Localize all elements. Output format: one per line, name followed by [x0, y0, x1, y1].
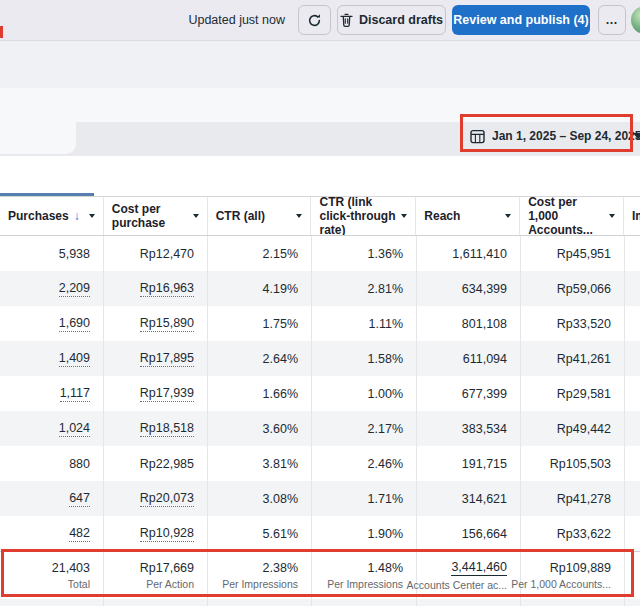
cell-value: 634,399	[462, 282, 507, 296]
cell-value[interactable]: Rp18,518	[140, 421, 194, 437]
ellipsis-icon: …	[605, 13, 619, 27]
next-row-cell	[0, 599, 104, 606]
table-cell: 3.08%	[208, 481, 312, 516]
table-row: 1,117Rp17,9391.66%1.00%677,399Rp29,581	[0, 376, 640, 411]
cell-value: 1.00%	[368, 387, 403, 401]
total-value[interactable]: 3,441,460	[451, 560, 507, 576]
table-cell: 2.64%	[208, 341, 312, 376]
table-cell: 1.75%	[208, 306, 312, 341]
total-cell: 21,403Total	[0, 552, 104, 599]
chevron-down-icon	[505, 214, 511, 218]
column-header-label: Purchases↓	[8, 209, 80, 223]
table-cell: 482	[0, 516, 104, 551]
table-row: 880Rp22,9853.81%2.46%191,715Rp105,503	[0, 446, 640, 481]
chevron-down-icon[interactable]	[633, 133, 640, 139]
discard-drafts-button[interactable]: Discard drafts	[337, 5, 446, 35]
cell-value[interactable]: Rp17,939	[140, 386, 194, 402]
table-cell: 880	[0, 446, 104, 481]
table-cell: 1.00%	[312, 376, 417, 411]
next-row-strip	[0, 599, 640, 606]
chevron-down-icon	[609, 214, 615, 218]
refresh-button[interactable]	[298, 5, 331, 35]
column-header-purchases[interactable]: Purchases↓	[0, 197, 104, 235]
table-cell	[625, 341, 640, 376]
column-header-label: Im	[632, 209, 640, 223]
date-range-label: Jan 1, 2025 – Sep 24, 2025	[492, 129, 640, 143]
cell-value[interactable]: 1,117	[60, 386, 90, 402]
table-cell: Rp41,261	[521, 341, 625, 376]
cell-value: 1.71%	[368, 492, 403, 506]
table-cell: Rp41,278	[521, 481, 625, 516]
table-cell	[625, 271, 640, 306]
cell-value: Rp12,470	[140, 247, 194, 261]
cell-value[interactable]: Rp15,890	[140, 316, 194, 332]
column-header-label: CTR (all)	[216, 209, 265, 223]
table-cell: 1.36%	[312, 236, 417, 271]
cell-value: 5.61%	[263, 527, 298, 541]
cell-value[interactable]: 1,024	[59, 421, 90, 437]
table-row: 1,409Rp17,8952.64%1.58%611,094Rp41,261	[0, 341, 640, 376]
cell-value: Rp41,278	[557, 492, 611, 506]
table-cell: 4.19%	[208, 271, 312, 306]
chevron-down-icon	[89, 214, 95, 218]
table-cell: Rp29,581	[521, 376, 625, 411]
column-header-ctr-all[interactable]: CTR (all)	[208, 197, 312, 235]
review-and-publish-button[interactable]: Review and publish (4)	[452, 5, 590, 35]
next-row-cell	[312, 599, 417, 606]
cell-value[interactable]: 2,209	[59, 281, 90, 297]
cell-value: 1.58%	[368, 352, 403, 366]
column-header-cost-per-1-000-accounts[interactable]: Cost per 1,000 Accounts...	[520, 197, 624, 235]
column-header-im[interactable]: Im	[624, 197, 640, 235]
annotation-fragment	[0, 26, 3, 38]
active-tab[interactable]	[0, 122, 76, 154]
table-cell: 2.46%	[312, 446, 417, 481]
date-range-picker[interactable]: Jan 1, 2025 – Sep 24, 2025	[470, 121, 640, 151]
cell-value: 611,094	[463, 352, 507, 366]
calendar-icon	[470, 129, 485, 144]
cell-value: 1.11%	[368, 317, 403, 331]
more-options-button[interactable]: …	[598, 5, 626, 35]
table-cell: Rp59,066	[521, 271, 625, 306]
column-header-label: Reach	[424, 209, 460, 223]
total-sublabel: Total	[68, 578, 90, 590]
cell-value: 2.46%	[368, 457, 403, 471]
cell-value[interactable]: 1,690	[59, 316, 90, 332]
table-total-row: 21,403TotalRp17,669Per Action2.38%Per Im…	[0, 551, 640, 599]
table-cell: Rp22,985	[104, 446, 208, 481]
table-cell: Rp45,951	[521, 236, 625, 271]
table-cell	[625, 411, 640, 446]
table-cell: 2.15%	[208, 236, 312, 271]
cell-value[interactable]: Rp16,963	[140, 281, 194, 297]
cell-value[interactable]: Rp10,928	[140, 526, 194, 542]
cell-value: Rp105,503	[550, 457, 611, 471]
cell-value[interactable]: Rp20,073	[140, 491, 194, 507]
cell-value[interactable]: 482	[69, 526, 90, 542]
cell-value: 1.75%	[263, 317, 298, 331]
chevron-down-icon	[296, 214, 302, 218]
table-cell: 1,117	[0, 376, 104, 411]
table-cell: 191,715	[417, 446, 521, 481]
top-action-bar: Updated just now Discard drafts Review a…	[0, 0, 640, 40]
cell-value: 2.15%	[263, 247, 298, 261]
column-header-label: Cost per purchase	[112, 202, 190, 230]
column-header-cost-per-purchase[interactable]: Cost per purchase	[104, 197, 208, 235]
table-header: Purchases↓Cost per purchaseCTR (all)CTR …	[0, 196, 640, 236]
table-cell: 611,094	[417, 341, 521, 376]
cell-value: Rp45,951	[557, 247, 611, 261]
table-cell: 1.58%	[312, 341, 417, 376]
table-cell: Rp16,963	[104, 271, 208, 306]
column-header-ctr-link-click-through-rate[interactable]: CTR (link click-through rate)	[311, 197, 416, 235]
table-cell: Rp33,622	[521, 516, 625, 551]
cell-value: Rp41,261	[557, 352, 611, 366]
table-row: 1,024Rp18,5183.60%2.17%383,534Rp49,442	[0, 411, 640, 446]
cell-value[interactable]: Rp17,895	[140, 351, 194, 367]
next-row-cell	[521, 599, 625, 606]
profile-avatar[interactable]	[631, 6, 640, 34]
content-spacer	[0, 88, 640, 122]
table-row: 647Rp20,0733.08%1.71%314,621Rp41,278	[0, 481, 640, 516]
column-header-reach[interactable]: Reach	[416, 197, 520, 235]
cell-value[interactable]: 647	[69, 491, 90, 507]
cell-value: 314,621	[462, 492, 507, 506]
table-cell: 647	[0, 481, 104, 516]
cell-value[interactable]: 1,409	[59, 351, 90, 367]
